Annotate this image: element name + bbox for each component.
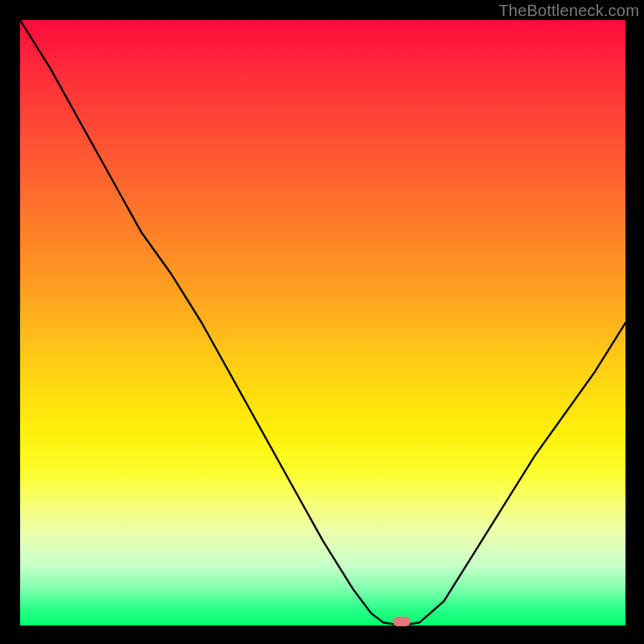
optimal-point-marker <box>393 617 411 626</box>
attribution-text: TheBottleneck.com <box>498 2 639 20</box>
curve-path <box>20 20 625 625</box>
plot-area <box>20 20 625 625</box>
bottleneck-curve <box>20 20 625 625</box>
chart-stage: TheBottleneck.com <box>0 0 644 644</box>
